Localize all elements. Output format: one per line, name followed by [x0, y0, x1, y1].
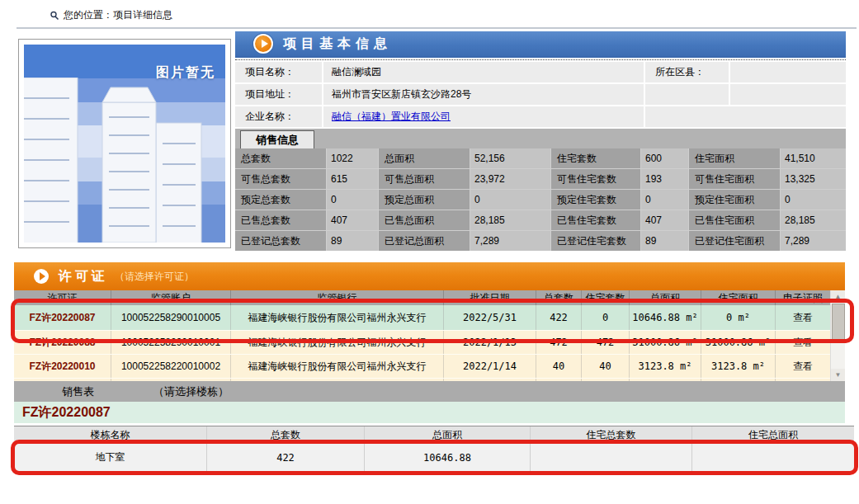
sales-value: 7,289 [781, 231, 846, 251]
permit-res-units: 472 [582, 331, 630, 354]
permit-no: FZ许20220087 [14, 305, 111, 330]
tab-sales-info[interactable]: 销售信息 [240, 130, 314, 148]
sales-label: 预定总面积 [379, 190, 470, 210]
sales-value: 0 [327, 190, 378, 210]
permit-no: FZ许20220010 [14, 355, 111, 378]
sales-table-tabbar: 销售表 （请选择楼栋） [14, 381, 845, 402]
basic-info-table: 项目名称： 融信澜域园 所在区县： 项目地址： 福州市晋安区新店镇玄沙路28号 … [235, 62, 846, 127]
permit-account: 100052258290010001 [111, 331, 231, 354]
sales-label: 可售总套数 [235, 169, 326, 189]
sales-label: 住宅面积 [689, 148, 780, 168]
company-link[interactable]: 融信（福建）置业有限公司 [332, 110, 451, 124]
company-value-cell: 融信（福建）置业有限公司 [323, 106, 644, 127]
empty-cell [645, 84, 729, 105]
view-ecert-link[interactable]: 查看 [776, 331, 831, 354]
building-name: 地下室 [14, 444, 206, 471]
permits-header-row: 许可证 监管账户 监管银行 批准日期 总套数 住宅套数 总面积 住宅面积 电子证… [14, 290, 831, 305]
header-divider [17, 27, 857, 29]
basic-info-panel: 项目基本信息 项目名称： 融信澜域园 所在区县： 项目地址： 福州市晋安区新店镇… [235, 31, 846, 251]
col-bank: 监管银行 [231, 290, 444, 305]
permit-date: 2022/5/31 [444, 305, 536, 330]
sales-value: 193 [641, 169, 688, 189]
tab-sales-table[interactable]: 销售表 [62, 384, 94, 399]
col-permit: 许可证 [14, 290, 111, 305]
permit-units: 40 [536, 355, 582, 378]
permit-row[interactable]: FZ许20220010 100052258220010002 福建海峡银行股份有… [14, 354, 831, 378]
col-total-units: 总套数 [207, 426, 364, 443]
col-date: 批准日期 [444, 290, 536, 305]
company-label: 企业名称： [235, 106, 322, 127]
permit-row-selected[interactable]: FZ许20220087 100052258290010005 福建海峡银行股份有… [14, 305, 831, 330]
permits-header: 许可证 （请选择许可证） [14, 262, 845, 290]
sales-value: 7,289 [470, 231, 550, 251]
view-ecert-link[interactable]: 查看 [776, 355, 831, 378]
sales-value: 615 [327, 169, 378, 189]
buildings-table: 楼栋名称 总套数 总面积 住宅总套数 住宅总面积 地下室 422 10646.8… [14, 426, 854, 472]
sales-value: 13,325 [781, 169, 846, 189]
permit-area: 31000.86 m² [630, 331, 701, 354]
sales-label: 预定住宅套数 [551, 190, 640, 210]
sales-label: 已售总面积 [379, 210, 470, 230]
empty-cell [645, 106, 846, 127]
permit-units: 472 [536, 331, 582, 354]
building-res-area [692, 444, 854, 471]
col-res-total-area: 住宅总面积 [692, 426, 854, 443]
play-icon [253, 34, 273, 54]
scroll-up-icon[interactable]: ▲ [831, 290, 845, 303]
sales-label: 已售总套数 [235, 210, 326, 230]
scrollbar-thumb[interactable] [832, 304, 845, 343]
permits-subtitle: （请选择许可证） [115, 270, 194, 284]
sales-value: 0 [641, 190, 688, 210]
permit-res-units: 40 [582, 355, 630, 378]
permit-res-area: 0 m² [701, 305, 776, 330]
permits-title: 许可证 [59, 268, 108, 285]
district-label: 所在区县： [645, 62, 729, 82]
sales-label: 已售住宅面积 [689, 210, 780, 230]
permit-area: 3123.8 m² [630, 355, 701, 378]
scroll-down-icon[interactable]: ▼ [831, 369, 845, 381]
project-name-label: 项目名称： [235, 62, 322, 82]
basic-info-title: 项目基本信息 [283, 35, 392, 53]
sales-value: 600 [641, 148, 688, 168]
building-units: 422 [207, 444, 364, 471]
permits-scrollbar[interactable]: ▲ ▼ [830, 290, 845, 381]
sales-value: 0 [781, 190, 846, 210]
dotted-divider [235, 59, 846, 60]
sales-label: 总面积 [379, 148, 470, 168]
permit-date: 2022/1/13 [444, 331, 536, 354]
sales-label: 住宅套数 [551, 148, 640, 168]
sales-value: 28,185 [781, 210, 846, 230]
col-total-area: 总面积 [365, 426, 530, 443]
sales-value: 407 [641, 210, 688, 230]
project-detail-page: 您的位置：项目详细信息 [0, 0, 859, 504]
sales-label: 总套数 [235, 148, 326, 168]
selected-permit-label-row: FZ许20220087 [14, 402, 845, 423]
permit-bank: 福建海峡银行股份有限公司福州永兴支行 [231, 355, 444, 378]
magnifier-icon [50, 11, 59, 21]
permit-account: 100052258290010005 [111, 305, 231, 330]
no-image-label: 图片暂无 [156, 64, 215, 82]
permit-units: 422 [536, 305, 582, 330]
district-value [730, 62, 846, 82]
sales-value: 0 [470, 190, 550, 210]
permit-date: 2022/1/14 [444, 355, 536, 378]
view-ecert-link[interactable]: 查看 [776, 305, 831, 330]
breadcrumb-text: 您的位置：项目详细信息 [64, 8, 172, 22]
select-building-hint: （请选择楼栋） [153, 384, 229, 399]
sales-value: 28,185 [470, 210, 550, 230]
buildings-illustration [24, 78, 225, 243]
sales-label: 预定总套数 [235, 190, 326, 210]
col-units: 总套数 [536, 290, 582, 305]
col-building-name: 楼栋名称 [14, 426, 206, 443]
sales-value: 23,972 [470, 169, 550, 189]
permit-row[interactable]: FZ许20220088 100052258290010001 福建海峡银行股份有… [14, 330, 831, 354]
sales-label: 可售总面积 [379, 169, 470, 189]
permits-table: 许可证 监管账户 监管银行 批准日期 总套数 住宅套数 总面积 住宅面积 电子证… [14, 290, 845, 381]
permit-res-area: 31000.86 m² [701, 331, 776, 354]
project-photo-panel: 图片暂无 [18, 39, 231, 248]
sales-label: 可售住宅面积 [689, 169, 780, 189]
building-row[interactable]: 地下室 422 10646.88 [14, 444, 854, 472]
permit-res-area: 3123.8 m² [701, 355, 776, 378]
selected-permit-label: FZ许20220087 [22, 404, 111, 422]
permit-account: 100052258220010002 [111, 355, 231, 378]
